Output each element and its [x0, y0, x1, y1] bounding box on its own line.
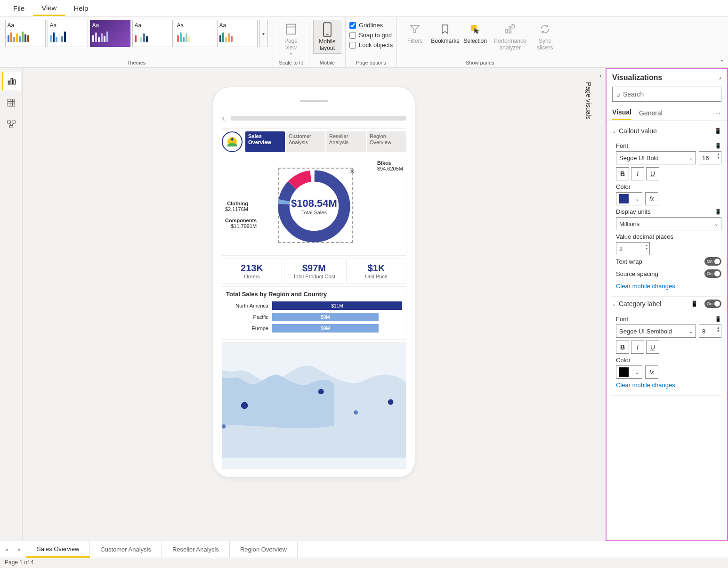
ribbon-group-themes-label: Themes — [127, 60, 146, 66]
font-family-dropdown-2[interactable]: Segoe UI Semibold⌄ — [616, 325, 696, 338]
italic-button-2[interactable]: I — [631, 341, 644, 354]
page-tab[interactable]: Region Overview — [230, 541, 298, 558]
theme-gallery-more[interactable]: ▾ — [259, 20, 268, 47]
ribbon-group-scale-label: Scale to fit — [279, 60, 303, 66]
selection-pane-button[interactable]: Selection — [461, 20, 489, 46]
underline-button[interactable]: U — [646, 167, 659, 180]
kpi-label: Unit Price — [348, 274, 404, 279]
page-tab[interactable]: Reseller Analysis — [162, 541, 230, 558]
map-visual[interactable] — [222, 342, 406, 469]
device-tab[interactable]: RegionOverview — [367, 131, 406, 152]
decimal-places-stepper[interactable]: 2▲▼ — [616, 242, 650, 255]
device-back-button[interactable]: ‹ — [222, 113, 225, 123]
color-picker-2[interactable]: ⌄ — [616, 365, 642, 379]
display-units-dropdown[interactable]: Millions⌄ — [616, 217, 721, 230]
search-box[interactable]: ⌕ — [612, 87, 721, 102]
page-nav-prev[interactable]: ▸ — [13, 541, 26, 558]
model-view-button[interactable] — [2, 115, 21, 134]
kpi-card[interactable]: $1KUnit Price — [346, 259, 406, 284]
tab-visual[interactable]: Visual — [612, 105, 631, 120]
theme-aa-label: Aa — [135, 22, 170, 29]
bold-button[interactable]: B — [616, 167, 629, 180]
snap-to-grid-checkbox[interactable]: Snap to grid — [349, 32, 393, 39]
section-category-label[interactable]: ⌄ Category label 📱 On — [612, 297, 721, 311]
theme-swatch-3-selected[interactable]: Aa — [90, 20, 130, 47]
mobile-layout-button[interactable]: Mobile layout — [313, 20, 341, 54]
gridlines-checkbox[interactable]: Gridlines — [349, 22, 393, 29]
svg-rect-11 — [14, 80, 15, 84]
tab-general[interactable]: General — [639, 106, 663, 120]
text-wrap-toggle[interactable]: On — [704, 257, 721, 266]
search-input[interactable] — [623, 90, 717, 98]
search-icon: ⌕ — [616, 90, 620, 98]
bookmarks-pane-button[interactable]: Bookmarks — [431, 20, 459, 46]
snap-to-grid-label: Snap to grid — [359, 32, 392, 39]
performance-analyzer-button[interactable]: Performance analyzer — [491, 20, 529, 53]
device-tabs: SalesOverviewCustomerAnalysisResellerAna… — [222, 131, 406, 152]
kpi-value: 213K — [224, 263, 280, 274]
device-tab[interactable]: CustomerAnalysis — [286, 131, 325, 152]
filters-pane-button[interactable]: Filters — [401, 20, 429, 46]
theme-swatch-2[interactable]: Aa — [48, 20, 88, 47]
page-visuals-label[interactable]: Page visuals — [585, 82, 592, 119]
device-tab[interactable]: SalesOverview — [245, 131, 285, 152]
theme-swatch-6[interactable]: Aa — [217, 20, 258, 47]
fx-button[interactable]: fx — [645, 192, 658, 205]
menu-view[interactable]: View — [33, 1, 65, 16]
section-callout-value[interactable]: ⌄ Callout value 📱 — [612, 124, 721, 138]
kpi-card[interactable]: 213KOrders — [222, 259, 282, 284]
section-callout-label: Callout value — [619, 127, 657, 135]
kpi-value: $1K — [348, 263, 404, 274]
bold-button-2[interactable]: B — [616, 341, 629, 354]
underline-button-2[interactable]: U — [646, 341, 659, 354]
font-family-dropdown[interactable]: Segoe UI Bold⌄ — [616, 151, 696, 164]
theme-swatch-5[interactable]: Aa — [175, 20, 215, 47]
sync-icon — [537, 22, 552, 37]
source-spacing-toggle[interactable]: On — [704, 269, 721, 278]
more-options-button[interactable]: ··· — [713, 109, 721, 117]
data-view-button[interactable] — [2, 93, 21, 112]
fx-button-2[interactable]: fx — [645, 365, 658, 379]
font-size-stepper-2[interactable]: 8▲▼ — [699, 325, 721, 338]
clear-mobile-changes-link-2[interactable]: Clear mobile changes — [616, 379, 721, 391]
clear-mobile-changes-link[interactable]: Clear mobile changes — [616, 280, 721, 292]
mobile-device-frame: ‹ SalesOverviewCustomerAnalysisResellerA… — [213, 87, 415, 478]
svg-rect-12 — [8, 99, 15, 106]
page-nav-first[interactable]: ◂ — [0, 541, 13, 558]
device-tab[interactable]: ResellerAnalysis — [326, 131, 366, 152]
color-picker[interactable]: ⌄ — [616, 192, 642, 205]
chevron-down-icon: ▾ — [290, 52, 292, 56]
theme-swatch-1[interactable]: Aa — [5, 20, 46, 47]
performance-icon — [502, 22, 518, 37]
font-size-stepper[interactable]: 16▲▼ — [699, 151, 721, 164]
bar-fill: $9M — [272, 324, 379, 333]
category-label-toggle[interactable]: On — [704, 300, 721, 308]
svg-line-20 — [9, 123, 11, 126]
svg-point-28 — [318, 389, 324, 395]
lock-objects-checkbox[interactable]: Lock objects — [349, 41, 393, 49]
mobile-override-icon: 📱 — [715, 209, 721, 215]
donut-chart-card[interactable]: ✕ $108.54M Total Sales Bikes$94.6205M — [222, 157, 406, 256]
workspace: ‹ Page visuals ‹ SalesOverviewCustomerAn… — [0, 68, 728, 541]
gridlines-label: Gridlines — [359, 22, 383, 29]
world-map-icon — [222, 343, 406, 468]
kpi-label: Orders — [224, 274, 280, 279]
bar-chart-card[interactable]: Total Sales by Region and Country North … — [222, 286, 406, 340]
kpi-label: Total Product Cost — [286, 274, 342, 279]
mobile-layout-label: Mobile layout — [317, 38, 337, 51]
italic-button[interactable]: I — [631, 167, 644, 180]
expand-pane-button[interactable]: › — [719, 74, 721, 81]
sync-slicers-button[interactable]: Sync slicers — [531, 20, 559, 53]
ribbon-collapse-button[interactable]: ⌃ — [720, 59, 724, 65]
canvas-area: ‹ Page visuals ‹ SalesOverviewCustomerAn… — [23, 68, 606, 541]
collapse-page-visuals-button[interactable]: ‹ — [599, 72, 602, 79]
font-label: Font — [616, 142, 628, 149]
theme-swatch-4[interactable]: Aa — [132, 20, 173, 47]
menu-help[interactable]: Help — [65, 1, 97, 15]
kpi-card[interactable]: $97MTotal Product Cost — [284, 259, 344, 284]
page-view-button[interactable]: Page view ▾ — [277, 20, 305, 58]
page-tab[interactable]: Customer Analysis — [90, 541, 162, 558]
menu-file[interactable]: File — [5, 1, 33, 15]
report-view-button[interactable] — [2, 72, 21, 90]
page-tab[interactable]: Sales Overview — [26, 541, 90, 558]
